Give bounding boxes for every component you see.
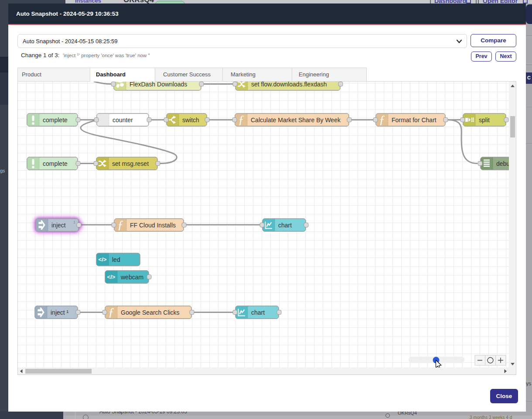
svg-text:counter: counter [113,117,133,124]
svg-text:</>: </> [99,256,107,263]
svg-text:ƒ: ƒ [108,306,114,319]
svg-text:webcam: webcam [120,274,143,281]
svg-text:complete: complete [43,160,68,167]
svg-text:FlexDash Downloads: FlexDash Downloads [130,82,187,88]
svg-text:FF Cloud Installs: FF Cloud Installs [130,222,176,229]
svg-text:set msg.reset: set msg.reset [112,160,149,167]
svg-text:led: led [112,256,120,263]
svg-text:Format for Chart: Format for Chart [392,117,437,124]
svg-text:set flow.downloads.flexdash: set flow.downloads.flexdash [251,82,327,88]
svg-text:1: 1 [73,220,75,224]
svg-text:ƒ: ƒ [238,113,244,126]
svg-text:chart: chart [278,222,292,229]
svg-text:Calculate Market Share By Week: Calculate Market Share By Week [251,117,341,124]
svg-text:switch: switch [182,117,199,124]
svg-text:inject ¹: inject ¹ [51,309,69,316]
svg-text:ƒ: ƒ [117,218,123,231]
svg-text:ƒ: ƒ [379,113,385,126]
svg-text:inject: inject [51,222,66,229]
svg-text:Google Search Clicks: Google Search Clicks [121,309,180,316]
svg-text:chart: chart [251,309,265,316]
svg-text:complete: complete [43,117,68,124]
svg-text:</>: </> [107,274,116,280]
svg-text:debug: debug [496,160,509,167]
svg-text:split: split [479,117,490,124]
